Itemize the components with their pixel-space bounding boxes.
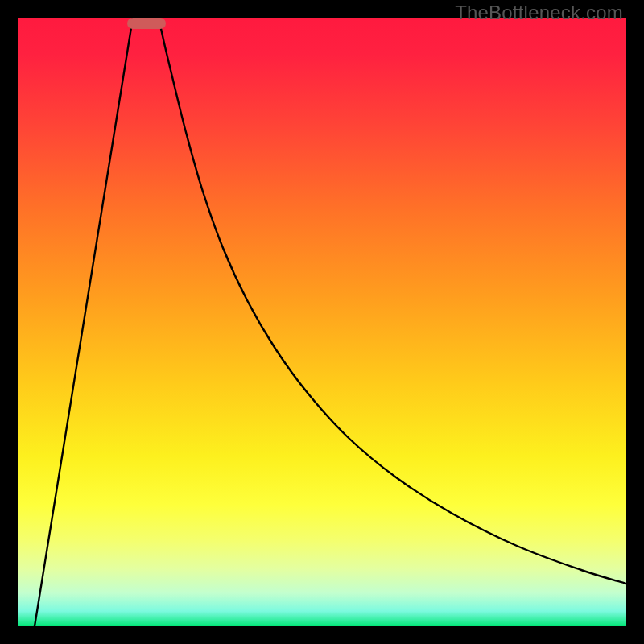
- optimal-range-marker: [127, 18, 166, 29]
- bottleneck-curve: [18, 18, 626, 626]
- plot-frame: [18, 18, 626, 626]
- watermark-text: TheBottleneck.com: [455, 2, 623, 24]
